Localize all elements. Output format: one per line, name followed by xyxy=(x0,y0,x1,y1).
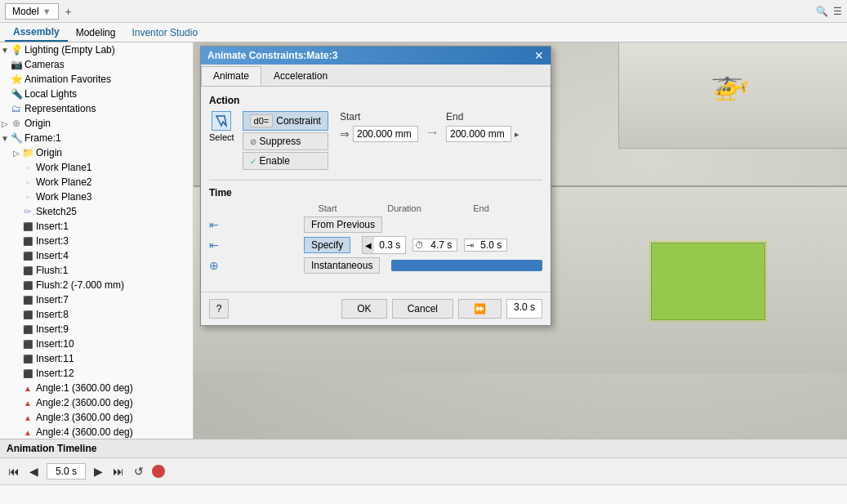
sketch25-label: Sketch25 xyxy=(36,206,77,217)
tree-item-insert11[interactable]: ⬛ Insert:11 xyxy=(0,351,193,366)
wp3-label: Work Plane3 xyxy=(36,191,91,203)
tree-item-angle4[interactable]: ▲ Angle:4 (3600.00 deg) xyxy=(0,425,193,439)
constraint-name: Constraint xyxy=(276,115,321,127)
start-time-prev-btn[interactable]: ◀ xyxy=(363,237,374,253)
timeline-time-input[interactable] xyxy=(47,463,86,479)
from-previous-label: From Previous xyxy=(311,219,375,230)
cancel-button[interactable]: Cancel xyxy=(392,299,453,319)
start-time-field[interactable]: ◀ xyxy=(362,236,406,254)
suppress-button[interactable]: ⊘ Suppress xyxy=(243,132,328,150)
origin-frame-label: Origin xyxy=(36,147,62,158)
specify-icon: ⇤ xyxy=(209,239,219,252)
specify-button[interactable]: Specify xyxy=(304,237,350,253)
help-button[interactable]: ? xyxy=(209,299,229,319)
wp2-label: Work Plane2 xyxy=(36,176,91,188)
ok-button[interactable]: OK xyxy=(341,299,386,319)
tree-item-angle1[interactable]: ▲ Angle:1 (3600.00 deg) xyxy=(0,381,193,395)
tree-item-flush2[interactable]: ⬛ Flush:2 (-7.000 mm) xyxy=(0,278,193,292)
tab-animate[interactable]: Animate xyxy=(201,66,261,86)
tree-item-cameras[interactable]: 📷 Cameras xyxy=(0,57,193,72)
loop-button[interactable]: ↺ xyxy=(132,463,145,479)
instantaneous-button[interactable]: Instantaneous xyxy=(304,257,380,274)
enable-button[interactable]: ✓ Enable xyxy=(243,152,328,170)
end-value-input[interactable] xyxy=(446,126,511,142)
tree-item-sketch25[interactable]: ✏ Sketch25 xyxy=(0,204,193,219)
insert12-label: Insert:12 xyxy=(36,368,74,379)
apply-icon: ⏩ xyxy=(474,303,486,314)
tree-item-insert1[interactable]: ⬛ Insert:1 xyxy=(0,219,193,234)
tree-item-insert7[interactable]: ⬛ Insert:7 xyxy=(0,292,193,307)
toggle-frame1[interactable]: ▼ xyxy=(0,134,10,143)
toggle-origin-root[interactable]: ▷ xyxy=(0,119,10,128)
end-group: End ▸ xyxy=(446,111,519,142)
insert12-icon: ⬛ xyxy=(21,367,34,380)
duration-time-field[interactable]: ⏱ xyxy=(412,239,457,252)
start-value-input[interactable] xyxy=(353,126,418,142)
insert4-icon: ⬛ xyxy=(21,249,34,262)
end-time-field[interactable]: ⇥ xyxy=(464,239,507,252)
model-tab[interactable]: Model ▼ xyxy=(5,3,59,20)
tree-item-insert10[interactable]: ⬛ Insert:10 xyxy=(0,337,193,351)
search-icon[interactable]: 🔍 xyxy=(816,6,828,17)
tree-item-angle3[interactable]: ▲ Angle:3 (3600.00 deg) xyxy=(0,410,193,425)
tree-item-anim-fav[interactable]: ⭐ Animation Favorites xyxy=(0,72,193,87)
new-tab-button[interactable]: + xyxy=(65,5,72,18)
tab-acceleration[interactable]: Acceleration xyxy=(261,66,340,86)
toggle-lighting[interactable]: ▼ xyxy=(0,46,10,55)
tree-item-origin-root[interactable]: ▷ ⊕ Origin xyxy=(0,116,193,131)
record-button[interactable] xyxy=(152,465,165,478)
end-expand-btn[interactable]: ▸ xyxy=(515,129,519,140)
action-section-label: Action xyxy=(209,95,542,106)
forward-button[interactable]: ⏭ xyxy=(111,463,126,479)
instantaneous-row: ⊕ Instantaneous xyxy=(209,257,542,274)
tree-item-insert8[interactable]: ⬛ Insert:8 xyxy=(0,307,193,322)
rewind-button[interactable]: ⏮ xyxy=(7,463,21,479)
start-time-input[interactable] xyxy=(374,239,405,251)
tree-item-representations[interactable]: 🗂 Representations xyxy=(0,101,193,116)
tree-item-origin-frame[interactable]: ▷ 📁 Origin xyxy=(0,145,193,160)
tree-item-insert9[interactable]: ⬛ Insert:9 xyxy=(0,322,193,337)
dialog-title: Animate Constraints:Mate:3 xyxy=(207,50,337,61)
from-previous-button[interactable]: From Previous xyxy=(304,216,382,233)
dialog-close-button[interactable]: ✕ xyxy=(534,49,544,62)
insert10-label: Insert:10 xyxy=(36,338,74,350)
time-section: Time Start Duration End ⇤ From Previous xyxy=(209,187,542,274)
toggle-origin-frame[interactable]: ▷ xyxy=(11,149,21,158)
dialog-body: Action Select d0= xyxy=(201,87,551,292)
constraint-button[interactable]: d0= Constraint xyxy=(243,111,328,131)
green-square xyxy=(651,243,765,320)
play-button[interactable]: ▶ xyxy=(92,463,105,479)
tree-item-local-lights[interactable]: 🔦 Local Lights xyxy=(0,87,193,101)
tree-item-insert3[interactable]: ⬛ Insert:3 xyxy=(0,234,193,248)
tab-assembly[interactable]: Assembly xyxy=(5,24,68,42)
insert7-label: Insert:7 xyxy=(36,294,69,306)
anim-icon: ⭐ xyxy=(10,73,23,86)
tree-item-lighting[interactable]: ▼ 💡 Lighting (Empty Lab) xyxy=(0,42,193,57)
folder-icon: 📁 xyxy=(21,146,34,159)
start-group: Start ⇒ xyxy=(340,111,418,142)
tree-item-angle2[interactable]: ▲ Angle:2 (3600.00 deg) xyxy=(0,395,193,410)
angle2-label: Angle:2 (3600.00 deg) xyxy=(36,397,133,408)
tree-item-wp3[interactable]: ▫ Work Plane3 xyxy=(0,190,193,204)
tree-item-wp1[interactable]: ▫ Work Plane1 xyxy=(0,160,193,175)
apply-button[interactable]: ⏩ xyxy=(458,299,502,319)
end-time-input[interactable] xyxy=(475,239,506,251)
tab-modeling[interactable]: Modeling xyxy=(68,25,124,41)
select-icon[interactable] xyxy=(212,111,231,131)
cameras-label: Cameras xyxy=(25,59,65,70)
tree-item-flush1[interactable]: ⬛ Flush:1 xyxy=(0,263,193,278)
menu-icon[interactable]: ☰ xyxy=(833,6,842,17)
main-area: ▼ 💡 Lighting (Empty Lab) 📷 Cameras ⭐ Ani… xyxy=(0,42,847,439)
duration-time-input[interactable] xyxy=(426,239,457,251)
tree-item-insert4[interactable]: ⬛ Insert:4 xyxy=(0,248,193,263)
divider xyxy=(209,180,542,181)
tab-inventor-studio[interactable]: Inventor Studio xyxy=(123,25,206,41)
tree-item-insert12[interactable]: ⬛ Insert:12 xyxy=(0,366,193,381)
angle1-label: Angle:1 (3600.00 deg) xyxy=(36,382,133,394)
tree-item-frame1[interactable]: ▼ 🔧 Frame:1 xyxy=(0,131,193,145)
back-button[interactable]: ◀ xyxy=(28,463,40,479)
light-icon: 🔦 xyxy=(10,87,23,100)
tree-item-wp2[interactable]: ▫ Work Plane2 xyxy=(0,175,193,190)
ribbon-tabs: Assembly Modeling Inventor Studio xyxy=(0,23,847,42)
insert8-icon: ⬛ xyxy=(21,308,34,321)
